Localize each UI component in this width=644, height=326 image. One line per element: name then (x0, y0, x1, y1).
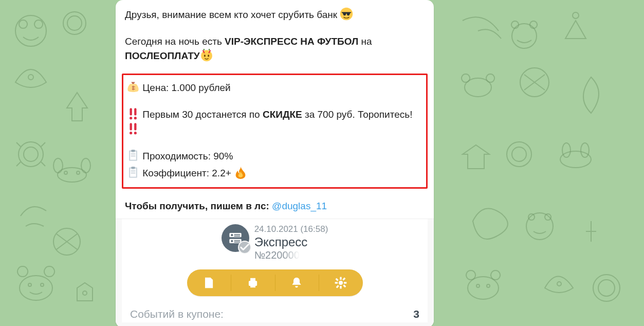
double-exclaim-emoji-icon (126, 122, 140, 135)
svg-point-14 (41, 283, 44, 286)
svg-point-43 (134, 132, 137, 134)
discount-line: Первым 30 достанется по СКИДКЕ за 700 ру… (126, 107, 423, 136)
bold-text: ПОСЛЕОПЛАТУ (125, 50, 200, 61)
svg-point-0 (15, 15, 46, 46)
svg-point-20 (512, 147, 526, 161)
mention-link[interactable]: @duglas_11 (272, 201, 327, 211)
svg-point-31 (593, 275, 620, 301)
svg-point-4 (24, 147, 38, 161)
svg-point-3 (28, 75, 33, 80)
svg-point-24 (581, 143, 589, 157)
events-count: 3 (413, 306, 419, 322)
events-label: Событий в купоне: (130, 306, 224, 322)
svg-rect-40 (130, 123, 132, 130)
svg-point-64 (255, 282, 256, 283)
svg-rect-36 (130, 108, 132, 115)
svg-point-17 (573, 12, 579, 19)
svg-rect-60 (207, 285, 210, 286)
coupon-date: 24.10.2021 (16:58) (254, 224, 328, 234)
clipboard-emoji-icon (126, 166, 140, 179)
svg-rect-68 (340, 277, 341, 279)
highlighted-box: Цена: 1.000 рублей Первым 30 достанется … (122, 74, 428, 189)
coupon-events-row: Событий в купоне: 3 (122, 296, 428, 322)
svg-point-22 (560, 151, 591, 168)
svg-rect-54 (234, 234, 240, 235)
svg-point-30 (598, 280, 615, 296)
svg-rect-66 (251, 286, 254, 287)
coupon-toolbar (187, 269, 363, 296)
svg-point-2 (63, 12, 86, 34)
coupon-type-icon (222, 224, 249, 252)
svg-point-39 (134, 117, 137, 119)
double-exclaim-emoji-icon (126, 107, 140, 120)
party-face-emoji-icon (200, 48, 213, 62)
svg-point-16 (512, 24, 537, 48)
text: Цена: 1.000 рублей (140, 82, 231, 93)
clipboard-emoji-icon (126, 149, 140, 162)
svg-point-29 (557, 282, 561, 286)
svg-rect-59 (207, 283, 212, 284)
text: Проходимость: 90% (140, 151, 233, 161)
message-line-offer: Сегодня на ночь есть VIP-ЭКСПРЕСС НА ФУТ… (125, 34, 425, 63)
svg-point-7 (64, 171, 67, 174)
passability-line: Проходимость: 90% (126, 149, 423, 164)
svg-point-53 (231, 240, 233, 242)
message-line-intro: Друзья, внимание всем кто хочет срубить … (125, 7, 425, 22)
obscured-text: 0000 (277, 249, 300, 261)
svg-point-67 (339, 281, 342, 285)
toolbar-bell-button[interactable] (275, 269, 319, 296)
svg-point-27 (476, 284, 480, 287)
toolbar-settings-button[interactable] (319, 269, 363, 296)
svg-rect-48 (130, 169, 136, 177)
text: на (358, 36, 372, 47)
coupon-header: 24.10.2021 (16:58) Экспресс №220000 (122, 222, 428, 266)
verified-badge-icon (238, 241, 251, 254)
cta-line: Чтобы получить, пишем в лс: @duglas_11 (125, 199, 425, 213)
svg-rect-74 (343, 278, 345, 280)
bold-text: СКИДКЕ (263, 109, 302, 120)
svg-point-12 (20, 276, 52, 300)
svg-point-8 (77, 171, 80, 174)
svg-rect-42 (134, 123, 136, 130)
svg-point-37 (130, 117, 132, 119)
svg-point-52 (231, 234, 233, 236)
svg-point-1 (67, 16, 82, 30)
coupon-number: №220000 (254, 249, 328, 261)
svg-rect-75 (336, 285, 339, 288)
coef-line: Коэффициент: 2.2+ (126, 166, 423, 180)
svg-point-34 (204, 55, 206, 57)
svg-point-10 (81, 158, 90, 173)
svg-point-13 (28, 283, 31, 286)
svg-rect-58 (207, 282, 212, 283)
toolbar-print-button[interactable] (231, 269, 275, 296)
price-line: Цена: 1.000 рублей (126, 80, 423, 95)
svg-rect-65 (251, 285, 254, 285)
svg-point-9 (53, 158, 63, 173)
sunglasses-emoji-icon (340, 7, 353, 21)
svg-point-21 (507, 142, 531, 167)
coupon-title: Экспресс (254, 235, 328, 249)
svg-rect-71 (344, 282, 346, 283)
attachment-preview[interactable]: 24.10.2021 (16:58) Экспресс №220000 (116, 219, 434, 326)
fire-emoji-icon (234, 166, 247, 179)
toolbar-doc-button[interactable] (187, 269, 231, 296)
svg-rect-45 (130, 152, 136, 160)
svg-point-15 (83, 291, 87, 295)
svg-point-35 (208, 55, 209, 57)
text: Первым 30 достанется по (140, 109, 263, 120)
svg-rect-46 (131, 150, 135, 152)
text: Друзья, внимание всем кто хочет срубить … (125, 9, 340, 20)
svg-rect-55 (234, 236, 240, 237)
svg-point-41 (130, 132, 132, 134)
coupon-title-block: 24.10.2021 (16:58) Экспресс №220000 (254, 224, 328, 261)
text: Коэффициент: 2.2+ (140, 168, 234, 178)
svg-point-25 (526, 213, 553, 240)
svg-rect-69 (340, 286, 341, 288)
text: Чтобы получить, пишем в лс: (125, 201, 272, 211)
telegram-message: Друзья, внимание всем кто хочет срубить … (116, 0, 434, 326)
svg-point-5 (19, 142, 43, 167)
svg-rect-72 (336, 278, 338, 281)
text: №22 (254, 249, 277, 261)
svg-point-23 (562, 143, 571, 157)
svg-rect-70 (335, 282, 337, 283)
